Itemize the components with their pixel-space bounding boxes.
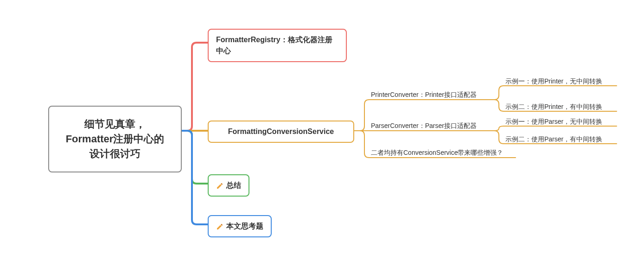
child-parser-converter-label: ParserConverter：Parser接口适配器 [371, 122, 477, 129]
branch-formatting-conversion-service[interactable]: FormattingConversionService [208, 121, 354, 143]
leaf-printer-example-1[interactable]: 示例一：使用Printer，无中间转换 [505, 77, 602, 86]
branch-formatter-registry-label: FormatterRegistry：格式化器注册中心 [216, 34, 338, 57]
leaf-printer-example-2-label: 示例二：使用Printer，有中间转换 [505, 103, 602, 110]
branch-summary-label: 总结 [226, 180, 241, 191]
leaf-parser-example-1[interactable]: 示例一：使用Parser，无中间转换 [505, 117, 602, 127]
branch-questions[interactable]: 本文思考题 [208, 215, 272, 237]
leaf-printer-example-2[interactable]: 示例二：使用Printer，有中间转换 [505, 102, 602, 112]
leaf-parser-example-2-label: 示例二：使用Parser，有中间转换 [505, 135, 602, 143]
child-both-hold-conversionservice[interactable]: 二者均持有ConversionService带来哪些增强？ [371, 148, 504, 158]
leaf-parser-example-2[interactable]: 示例二：使用Parser，有中间转换 [505, 135, 602, 144]
root-title-line1: 细节见真章， [84, 118, 146, 130]
pencil-icon [216, 223, 223, 230]
child-printer-converter-label: PrinterConverter：Printer接口适配器 [371, 91, 477, 98]
child-printer-converter[interactable]: PrinterConverter：Printer接口适配器 [371, 90, 477, 100]
pencil-icon [216, 182, 223, 189]
root-title-line2: Formatter注册中心的 [66, 133, 165, 145]
branch-summary[interactable]: 总结 [208, 174, 249, 197]
child-parser-converter[interactable]: ParserConverter：Parser接口适配器 [371, 121, 477, 131]
branch-formatter-registry[interactable]: FormatterRegistry：格式化器注册中心 [208, 29, 347, 62]
root-title-line3: 设计很讨巧 [89, 148, 140, 159]
branch-questions-label: 本文思考题 [226, 221, 263, 232]
branch-formatting-conversion-service-label: FormattingConversionService [228, 126, 334, 137]
child-both-hold-conversionservice-label: 二者均持有ConversionService带来哪些增强？ [371, 149, 504, 156]
leaf-parser-example-1-label: 示例一：使用Parser，无中间转换 [505, 118, 602, 125]
leaf-printer-example-1-label: 示例一：使用Printer，无中间转换 [505, 77, 602, 85]
root-node[interactable]: 细节见真章， Formatter注册中心的 设计很讨巧 [48, 106, 182, 172]
